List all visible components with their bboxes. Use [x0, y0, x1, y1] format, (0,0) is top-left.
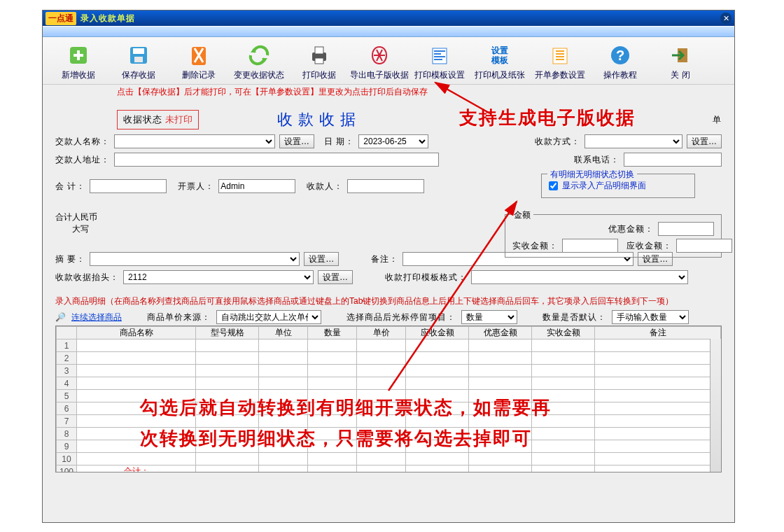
grid-cell[interactable] — [469, 365, 532, 377]
price-source-select[interactable]: 自动跳出交款人上次单价 — [216, 310, 321, 324]
save-receipt-button[interactable]: 保存收据 — [108, 40, 169, 83]
grid-cell[interactable] — [259, 440, 308, 453]
param-settings-button[interactable]: 开单参数设置 — [530, 40, 590, 83]
grid-cell[interactable] — [406, 377, 469, 390]
detail-toggle-checkbox[interactable] — [549, 181, 558, 190]
discount-input[interactable] — [658, 222, 714, 236]
grid-cell[interactable] — [308, 340, 357, 352]
grid-cell[interactable] — [259, 428, 308, 440]
grid-cell[interactable] — [259, 377, 308, 390]
grid-cell[interactable] — [259, 465, 308, 473]
grid-cell[interactable] — [77, 415, 196, 428]
grid-cell[interactable] — [357, 440, 406, 453]
print-template-button[interactable]: 打印模板设置 — [410, 40, 470, 83]
grid-cell[interactable] — [196, 340, 259, 352]
receiver-input[interactable] — [347, 179, 424, 193]
grid-cell[interactable] — [532, 440, 595, 453]
pay-method-set-button[interactable]: 设置… — [687, 134, 722, 148]
grid-cell[interactable] — [77, 453, 196, 465]
actual-amount-input[interactable] — [562, 239, 618, 253]
grid-cell[interactable] — [357, 390, 406, 402]
date-input[interactable]: 2023-06-25 — [358, 134, 428, 148]
drawer-input[interactable] — [218, 179, 295, 193]
grid-cell[interactable] — [532, 377, 595, 390]
grid-cell[interactable] — [357, 465, 406, 473]
grid-cell[interactable] — [357, 365, 406, 377]
grid-cell[interactable] — [196, 377, 259, 390]
grid-cell[interactable] — [406, 453, 469, 465]
grid-cell[interactable] — [595, 365, 721, 377]
grid-cell[interactable] — [595, 340, 721, 352]
grid-cell[interactable] — [532, 402, 595, 415]
grid-cell[interactable] — [406, 402, 469, 415]
grid-cell[interactable] — [259, 340, 308, 352]
grid-cell[interactable] — [357, 352, 406, 365]
grid-cell[interactable] — [532, 390, 595, 402]
grid-cell[interactable] — [308, 402, 357, 415]
grid-scrollbar[interactable] — [710, 339, 721, 472]
grid-cell[interactable] — [595, 453, 721, 465]
grid-cell[interactable] — [196, 453, 259, 465]
grid-cell[interactable] — [308, 453, 357, 465]
grid-cell[interactable] — [259, 352, 308, 365]
grid-cell[interactable] — [308, 390, 357, 402]
summary-set-button[interactable]: 设置… — [304, 252, 339, 266]
grid-cell[interactable] — [469, 428, 532, 440]
grid-cell[interactable] — [469, 440, 532, 453]
grid-cell[interactable] — [532, 453, 595, 465]
grid-cell[interactable] — [196, 390, 259, 402]
grid-cell[interactable] — [595, 428, 721, 440]
grid-cell[interactable] — [196, 465, 259, 473]
grid-cell[interactable] — [406, 365, 469, 377]
table-row[interactable]: 3 — [57, 365, 721, 377]
grid-cell[interactable] — [469, 390, 532, 402]
detail-toggle-row[interactable]: 显示录入产品明细界面 — [549, 180, 687, 192]
grid-cell[interactable] — [357, 402, 406, 415]
grid-cell[interactable] — [259, 402, 308, 415]
grid-cell[interactable] — [259, 453, 308, 465]
cursor-stop-select[interactable]: 数量 — [461, 310, 517, 324]
grid-cell[interactable] — [469, 377, 532, 390]
set-printer-button[interactable]: 设置模板 打印机及纸张 — [470, 40, 530, 83]
grid-cell[interactable] — [595, 402, 721, 415]
grid-cell[interactable] — [469, 415, 532, 428]
grid-cell[interactable] — [77, 377, 196, 390]
grid-cell[interactable] — [357, 428, 406, 440]
grid-cell[interactable] — [308, 377, 357, 390]
product-grid[interactable]: 商品名称 型号规格 单位 数量 单价 应收金额 优惠金额 实收金额 备注 123… — [55, 326, 722, 472]
receipt-head-input[interactable]: 2112 — [123, 270, 314, 284]
grid-cell[interactable] — [196, 415, 259, 428]
grid-cell[interactable] — [77, 352, 196, 365]
table-row[interactable]: 1 — [57, 340, 721, 352]
summary-input[interactable] — [90, 252, 300, 266]
grid-cell[interactable] — [532, 340, 595, 352]
grid-cell[interactable] — [308, 352, 357, 365]
grid-cell[interactable] — [469, 340, 532, 352]
grid-cell[interactable] — [406, 352, 469, 365]
grid-cell[interactable] — [357, 377, 406, 390]
grid-cell[interactable] — [595, 415, 721, 428]
grid-cell[interactable] — [308, 428, 357, 440]
grid-cell[interactable] — [469, 402, 532, 415]
grid-cell[interactable] — [196, 402, 259, 415]
grid-cell[interactable] — [595, 440, 721, 453]
grid-cell[interactable] — [595, 352, 721, 365]
qty-default-select[interactable]: 手动输入数量 — [612, 310, 689, 324]
table-row[interactable]: 10 — [57, 453, 721, 465]
grid-cell[interactable] — [308, 415, 357, 428]
grid-cell[interactable] — [469, 352, 532, 365]
grid-cell[interactable] — [532, 365, 595, 377]
pay-method-input[interactable] — [584, 134, 682, 148]
new-receipt-button[interactable]: 新增收据 — [48, 40, 108, 83]
grid-cell[interactable] — [259, 415, 308, 428]
grid-cell[interactable] — [77, 428, 196, 440]
grid-cell[interactable] — [595, 390, 721, 402]
payer-name-set-button[interactable]: 设置… — [279, 134, 314, 148]
grid-cell[interactable] — [469, 465, 532, 473]
grid-cell[interactable] — [406, 340, 469, 352]
delete-record-button[interactable]: 删除记录 — [169, 40, 229, 83]
table-row[interactable]: 6 — [57, 402, 721, 415]
grid-cell[interactable] — [196, 440, 259, 453]
grid-cell[interactable] — [77, 390, 196, 402]
accountant-input[interactable] — [90, 179, 167, 193]
